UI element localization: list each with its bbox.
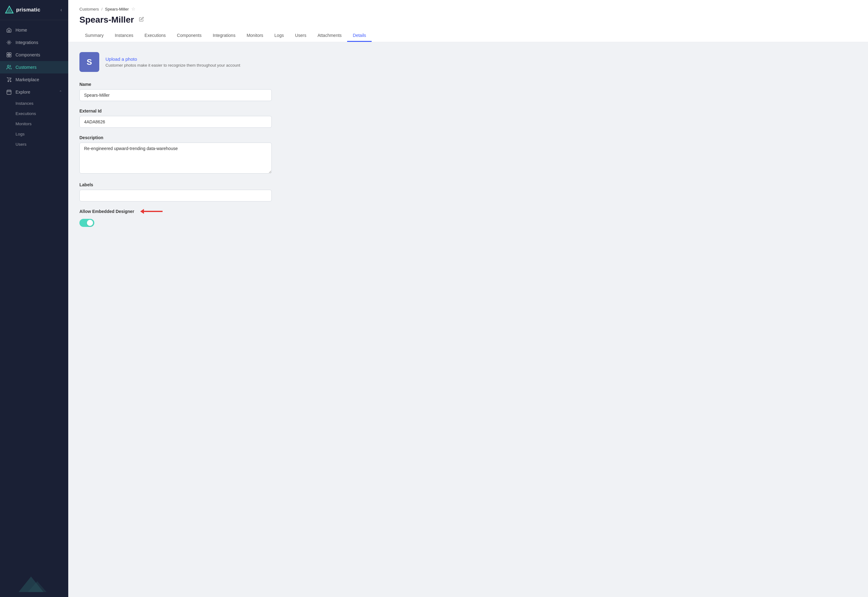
allow-designer-label: Allow Embedded Designer — [79, 209, 134, 214]
photo-section: S Upload a photo Customer photos make it… — [79, 52, 857, 72]
sidebar-subitem-users-label: Users — [15, 142, 26, 147]
tab-details[interactable]: Details — [347, 30, 372, 42]
sidebar-subitem-instances-label: Instances — [15, 101, 34, 106]
allow-designer-row: Allow Embedded Designer — [79, 209, 272, 214]
logo-area: prismatic — [5, 6, 40, 14]
svg-point-2 — [8, 42, 10, 43]
name-label: Name — [79, 82, 272, 87]
customers-icon — [6, 64, 12, 70]
tab-logs[interactable]: Logs — [269, 30, 289, 42]
name-field-group: Name — [79, 82, 272, 101]
sidebar-item-marketplace[interactable]: Marketplace — [0, 73, 68, 86]
svg-point-8 — [8, 81, 9, 82]
labels-label: Labels — [79, 182, 272, 187]
sidebar-item-home-label: Home — [15, 28, 62, 33]
allow-designer-section: Allow Embedded Designer — [79, 209, 272, 228]
description-textarea[interactable]: Re-engineered upward-trending data-wareh… — [79, 143, 272, 174]
allow-designer-toggle[interactable] — [79, 219, 94, 227]
sidebar-item-marketplace-label: Marketplace — [15, 77, 62, 82]
sidebar: prismatic ‹ Home Integratio — [0, 0, 68, 597]
sidebar-subitem-instances[interactable]: Instances — [0, 98, 68, 108]
tab-instances[interactable]: Instances — [109, 30, 139, 42]
components-icon — [6, 52, 12, 58]
labels-field-group: Labels — [79, 182, 272, 202]
page-title: Spears-Miller — [79, 15, 134, 25]
explore-subnav: Instances Executions Monitors Logs Users — [0, 98, 68, 149]
tabs: Summary Instances Executions Components … — [79, 30, 857, 42]
sidebar-item-integrations-label: Integrations — [15, 40, 62, 45]
svg-rect-5 — [7, 55, 9, 57]
breadcrumb-current: Spears-Miller — [105, 7, 129, 12]
svg-rect-4 — [9, 53, 11, 55]
sidebar-collapse-button[interactable]: ‹ — [59, 6, 63, 13]
logo-text: prismatic — [16, 7, 40, 13]
sidebar-item-components[interactable]: Components — [0, 49, 68, 61]
sidebar-item-components-label: Components — [15, 52, 62, 57]
sidebar-header: prismatic ‹ — [0, 0, 68, 20]
marketplace-icon — [6, 77, 12, 82]
integrations-icon — [6, 40, 12, 45]
content-area: S Upload a photo Customer photos make it… — [68, 42, 868, 597]
labels-input[interactable] — [79, 190, 272, 202]
external-id-input[interactable] — [79, 116, 272, 128]
photo-info: Upload a photo Customer photos make it e… — [106, 56, 240, 68]
home-icon — [6, 27, 12, 33]
external-id-label: External Id — [79, 108, 272, 113]
main-content: Customers / Spears-Miller ☆ Spears-Mille… — [68, 0, 868, 597]
edit-icon — [139, 17, 144, 22]
breadcrumb: Customers / Spears-Miller ☆ — [79, 6, 857, 12]
name-input[interactable] — [79, 89, 272, 101]
sidebar-item-explore-label: Explore — [15, 89, 55, 95]
sidebar-item-explore[interactable]: Explore ⌃ — [0, 86, 68, 98]
tab-users[interactable]: Users — [289, 30, 312, 42]
tab-monitors[interactable]: Monitors — [241, 30, 269, 42]
page-title-row: Spears-Miller — [79, 15, 857, 25]
sidebar-nav: Home Integrations — [0, 20, 68, 569]
arrow-body — [144, 211, 162, 212]
sidebar-subitem-logs[interactable]: Logs — [0, 129, 68, 139]
toggle-container — [79, 219, 272, 228]
sidebar-subitem-monitors[interactable]: Monitors — [0, 119, 68, 129]
description-label: Description — [79, 135, 272, 140]
sidebar-subitem-executions-label: Executions — [15, 111, 36, 116]
breadcrumb-favorite-icon[interactable]: ☆ — [131, 6, 135, 12]
arrow-head-icon — [140, 209, 144, 214]
sidebar-subitem-executions[interactable]: Executions — [0, 108, 68, 119]
sidebar-subitem-logs-label: Logs — [15, 132, 24, 137]
explore-chevron-icon: ⌃ — [59, 90, 62, 94]
sidebar-item-customers[interactable]: Customers — [0, 61, 68, 73]
breadcrumb-separator: / — [101, 7, 103, 12]
tab-components[interactable]: Components — [171, 30, 207, 42]
edit-title-button[interactable] — [138, 15, 145, 24]
toggle-slider — [79, 219, 94, 227]
description-field-group: Description Re-engineered upward-trendin… — [79, 135, 272, 175]
external-id-field-group: External Id — [79, 108, 272, 128]
sidebar-item-integrations[interactable]: Integrations — [0, 36, 68, 49]
sidebar-item-home[interactable]: Home — [0, 24, 68, 36]
svg-rect-10 — [7, 90, 11, 95]
breadcrumb-customers-link[interactable]: Customers — [79, 7, 99, 12]
prismatic-logo-icon — [5, 6, 13, 14]
svg-rect-3 — [7, 53, 9, 55]
sidebar-item-customers-label: Customers — [15, 65, 62, 70]
tab-integrations[interactable]: Integrations — [207, 30, 241, 42]
svg-rect-6 — [9, 55, 11, 57]
sidebar-footer — [0, 569, 68, 597]
upload-photo-link[interactable]: Upload a photo — [106, 56, 240, 62]
customer-avatar: S — [79, 52, 99, 72]
page-header: Customers / Spears-Miller ☆ Spears-Mille… — [68, 0, 868, 42]
tab-executions[interactable]: Executions — [139, 30, 171, 42]
tab-summary[interactable]: Summary — [79, 30, 109, 42]
sidebar-subitem-monitors-label: Monitors — [15, 122, 32, 126]
tab-attachments[interactable]: Attachments — [312, 30, 347, 42]
svg-point-9 — [10, 81, 11, 82]
sidebar-subitem-users[interactable]: Users — [0, 139, 68, 149]
photo-description: Customer photos make it easier to recogn… — [106, 63, 240, 68]
arrow-indicator — [140, 209, 162, 214]
sidebar-mountain-graphic — [15, 573, 53, 592]
svg-point-7 — [7, 65, 9, 67]
explore-icon — [6, 89, 12, 95]
